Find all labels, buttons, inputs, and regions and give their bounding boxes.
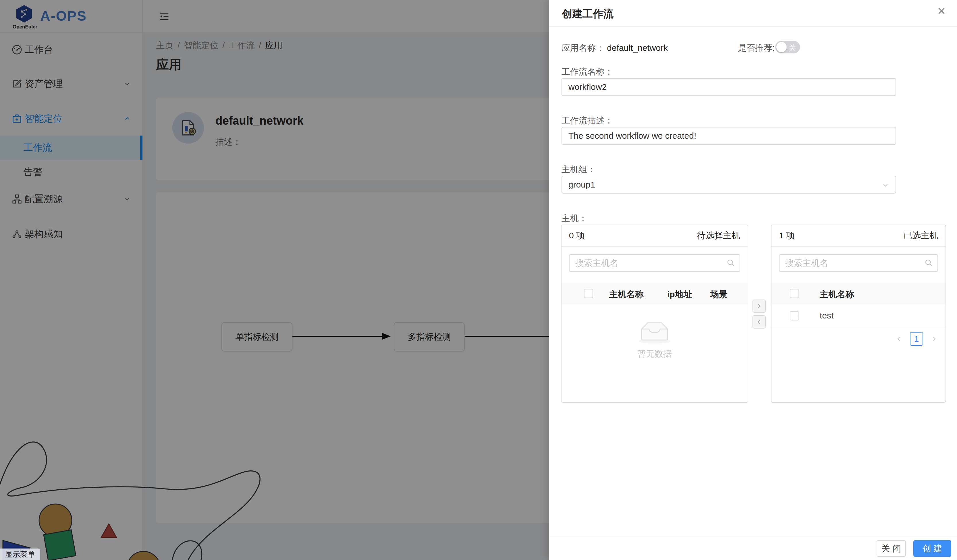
host-label: 主机： [562,213,587,224]
target-search [779,254,938,272]
toggle-knob [776,42,787,52]
pagination: 1 [895,332,938,346]
target-count: 1 项 [779,230,795,241]
close-icon[interactable]: × [938,4,946,18]
recommend-toggle[interactable]: 关 [775,41,800,54]
target-table-header: 主机名称 [771,282,946,304]
drawer-title: 创建工作流 [562,7,613,21]
create-button[interactable]: 创 建 [913,540,951,557]
column-ip: ip地址 [667,289,692,300]
source-count: 0 项 [569,230,585,241]
create-workflow-drawer: 创建工作流 × 应用名称： default_network 是否推荐: 关 工作… [549,0,957,560]
source-search [569,254,740,272]
host-name-cell: test [820,311,834,320]
close-button[interactable]: 关 闭 [876,540,906,557]
workflow-name-label: 工作流名称： [562,66,613,78]
column-hostname: 主机名称 [609,289,644,300]
workflow-name-input[interactable] [562,78,896,96]
drawer-footer: 关 闭 创 建 [549,536,957,560]
right-arrow-icon [755,302,763,310]
app-root: OpenEuler A-OPS 工作台 资产管理 [0,0,957,560]
column-hostname: 主机名称 [820,289,854,300]
drawer-header: 创建工作流 × [549,0,957,27]
target-title: 已选主机 [903,230,938,241]
transfer-to-right-button[interactable] [753,300,766,313]
modal-dim-overlay[interactable] [0,0,549,560]
chevron-down-icon [882,181,889,189]
search-icon [924,259,933,267]
recommend-label: 是否推荐: [738,42,775,54]
search-icon [726,259,735,267]
toggle-state-label: 关 [789,43,796,53]
column-scene: 场景 [710,289,728,300]
source-panel-header: 0 项 待选择主机 [562,225,748,247]
select-all-checkbox[interactable] [790,289,799,298]
page-number[interactable]: 1 [910,332,923,346]
row-checkbox[interactable] [790,311,799,320]
left-arrow-icon [755,318,763,326]
host-group-value: group1 [569,180,595,189]
transfer-source-panel: 0 项 待选择主机 主机名称 ip地址 场景 [561,225,748,402]
transfer-target-panel: 1 项 已选主机 主机名称 test [771,225,946,402]
host-group-select[interactable]: group1 [562,176,896,194]
target-panel-header: 1 项 已选主机 [771,225,946,247]
empty-text: 暂无数据 [562,348,748,360]
show-menu-tooltip: 显示菜单 [0,549,40,560]
table-row[interactable]: test [771,304,946,327]
prev-page-icon[interactable] [895,335,902,342]
host-group-label: 主机组： [562,164,596,175]
workflow-desc-label: 工作流描述： [562,115,613,127]
app-name-value: default_network [607,43,668,52]
app-name-label: 应用名称： [562,43,605,52]
workflow-desc-input[interactable] [562,127,896,145]
next-page-icon[interactable] [930,335,938,342]
empty-inbox-icon [636,320,674,344]
empty-state: 暂无数据 [562,320,748,360]
source-search-input[interactable] [569,254,740,272]
source-title: 待选择主机 [697,230,740,241]
select-all-checkbox[interactable] [584,289,593,298]
transfer-to-left-button[interactable] [753,315,766,328]
target-search-input[interactable] [779,254,938,272]
app-name-row: 应用名称： default_network [562,42,668,54]
source-table-header: 主机名称 ip地址 场景 [562,282,748,304]
